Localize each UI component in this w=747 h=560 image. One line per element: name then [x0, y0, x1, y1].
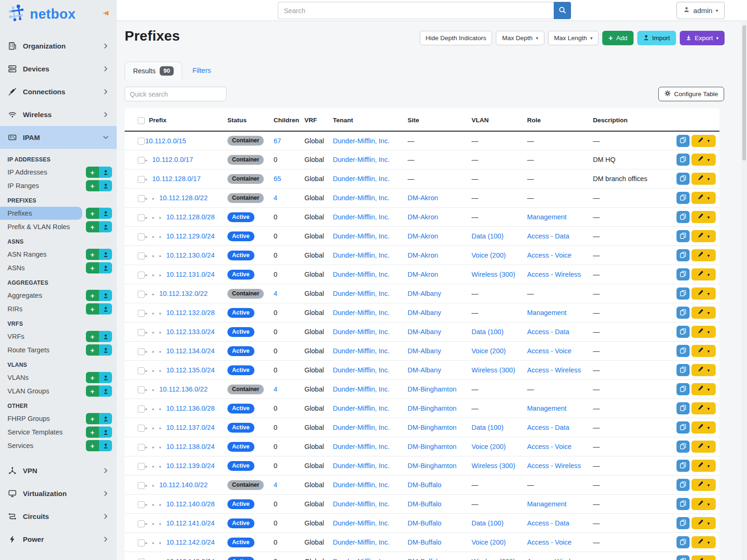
prefix-link[interactable]: 10.112.140.0/22 [159, 481, 208, 489]
site-link[interactable]: DM-Akron [408, 232, 438, 240]
row-checkbox[interactable] [138, 386, 145, 393]
quick-add-button[interactable]: + [86, 331, 99, 342]
sidebar-subitem-link[interactable]: IP Addresses [0, 166, 82, 179]
clone-button[interactable] [677, 364, 690, 376]
clone-button[interactable] [677, 517, 690, 529]
clone-button[interactable] [677, 441, 690, 453]
role-link[interactable]: Access - Data [527, 519, 569, 527]
tenant-link[interactable]: Dunder-Mifflin, Inc. [333, 252, 389, 259]
sidebar-subitem-link[interactable]: VLANs [0, 371, 82, 384]
quick-import-button[interactable] [99, 180, 112, 191]
clone-button[interactable] [677, 498, 690, 510]
hide-depth-indicators-button[interactable]: Hide Depth Indicators [420, 31, 493, 45]
edit-button[interactable]: ▾ [691, 421, 716, 434]
quick-add-button[interactable]: + [86, 303, 99, 315]
quick-add-button[interactable]: + [86, 413, 99, 424]
tenant-link[interactable]: Dunder-Mifflin, Inc. [333, 156, 389, 163]
quick-import-button[interactable] [99, 249, 112, 260]
row-checkbox[interactable] [138, 539, 145, 546]
prefix-link[interactable]: 10.112.0.0/15 [145, 137, 186, 145]
prefix-link[interactable]: 10.112.128.0/28 [166, 213, 215, 221]
vlan-link[interactable]: Data (100) [472, 232, 504, 240]
edit-button[interactable]: ▾ [691, 364, 716, 376]
row-checkbox[interactable] [138, 463, 145, 470]
edit-button[interactable]: ▾ [691, 230, 716, 242]
role-link[interactable]: Access - Data [527, 232, 569, 240]
tenant-link[interactable]: Dunder-Mifflin, Inc. [333, 462, 389, 469]
site-link[interactable]: DM-Akron [408, 271, 438, 278]
column-header-role[interactable]: Role [523, 108, 589, 131]
tenant-link[interactable]: Dunder-Mifflin, Inc. [333, 500, 389, 508]
children-count-link[interactable]: 4 [274, 385, 277, 393]
tenant-link[interactable]: Dunder-Mifflin, Inc. [333, 328, 389, 336]
row-checkbox[interactable] [138, 425, 145, 432]
site-link[interactable]: DM-Binghamton [408, 462, 457, 469]
clone-button[interactable] [677, 135, 690, 147]
prefix-link[interactable]: 10.112.135.0/24 [166, 366, 215, 374]
quick-add-button[interactable]: + [86, 427, 99, 438]
clone-button[interactable] [677, 402, 690, 414]
quick-import-button[interactable] [99, 344, 112, 356]
children-count-link[interactable]: 4 [274, 290, 277, 297]
children-count-link[interactable]: 65 [274, 175, 281, 182]
site-link[interactable]: DM-Buffalo [408, 481, 441, 489]
prefix-link[interactable]: 10.112.133.0/24 [166, 328, 215, 336]
edit-button[interactable]: ▾ [691, 383, 716, 395]
sidebar-subitem-link[interactable]: Services [0, 439, 82, 452]
quick-add-button[interactable]: + [86, 262, 99, 273]
row-checkbox[interactable] [138, 195, 145, 202]
sidebar-subitem-link[interactable]: RIRs [0, 302, 82, 315]
edit-button[interactable]: ▾ [691, 536, 716, 548]
user-menu-button[interactable]: admin ▾ [677, 2, 725, 19]
row-checkbox[interactable] [138, 157, 145, 164]
tenant-link[interactable]: Dunder-Mifflin, Inc. [333, 194, 389, 202]
search-button[interactable] [554, 2, 571, 19]
tenant-link[interactable]: Dunder-Mifflin, Inc. [333, 481, 389, 489]
row-checkbox[interactable] [138, 501, 145, 508]
column-header-prefix[interactable]: Prefix [145, 108, 224, 131]
sidebar-subitem-link[interactable]: VLAN Groups [0, 385, 82, 398]
quick-import-button[interactable] [99, 208, 112, 219]
vlan-link[interactable]: Wireless (300) [472, 462, 515, 469]
prefix-link[interactable]: 10.112.141.0/24 [166, 519, 215, 527]
edit-button[interactable]: ▾ [691, 287, 716, 300]
clone-button[interactable] [677, 287, 690, 300]
column-header-tenant[interactable]: Tenant [329, 108, 404, 131]
edit-button[interactable]: ▾ [691, 268, 716, 280]
quick-import-button[interactable] [99, 440, 112, 451]
role-link[interactable]: Access - Voice [527, 443, 571, 450]
site-link[interactable]: DM-Albany [408, 347, 441, 355]
site-link[interactable]: DM-Albany [408, 290, 441, 297]
sidebar-subitem-link[interactable]: ASNs [0, 261, 82, 274]
clone-button[interactable] [677, 479, 690, 491]
prefix-link[interactable]: 10.112.130.0/24 [166, 252, 215, 259]
clone-button[interactable] [677, 536, 690, 548]
scrollbar-track[interactable] [741, 21, 747, 560]
column-header-description[interactable]: Description [589, 108, 671, 131]
sidebar-item-circuits[interactable]: Circuits [0, 505, 117, 528]
sidebar-subitem-link[interactable]: IP Ranges [0, 179, 82, 192]
prefix-link[interactable]: 10.112.138.0/24 [166, 443, 215, 450]
quick-import-button[interactable] [99, 372, 112, 383]
row-checkbox[interactable] [138, 348, 145, 355]
quick-import-button[interactable] [99, 427, 112, 438]
role-link[interactable]: Access - Wireless [527, 558, 581, 560]
quick-add-button[interactable]: + [86, 372, 99, 383]
sidebar-subitem-link[interactable]: VRFs [0, 330, 82, 343]
site-link[interactable]: DM-Binghamton [408, 443, 457, 450]
prefix-link[interactable]: 10.112.132.0/22 [159, 290, 208, 297]
edit-button[interactable]: ▾ [691, 441, 716, 453]
clone-button[interactable] [677, 173, 690, 185]
tenant-link[interactable]: Dunder-Mifflin, Inc. [333, 232, 389, 240]
max-depth-button[interactable]: Max Depth▾ [496, 31, 544, 45]
quick-import-button[interactable] [99, 221, 112, 232]
site-link[interactable]: DM-Akron [408, 213, 438, 221]
row-checkbox[interactable] [138, 138, 145, 145]
role-link[interactable]: Access - Wireless [527, 271, 581, 278]
edit-button[interactable]: ▾ [691, 192, 716, 204]
row-checkbox[interactable] [138, 214, 145, 221]
clone-button[interactable] [677, 154, 690, 166]
role-link[interactable]: Access - Data [527, 424, 569, 431]
role-link[interactable]: Access - Wireless [527, 366, 581, 374]
site-link[interactable]: DM-Buffalo [408, 519, 441, 527]
